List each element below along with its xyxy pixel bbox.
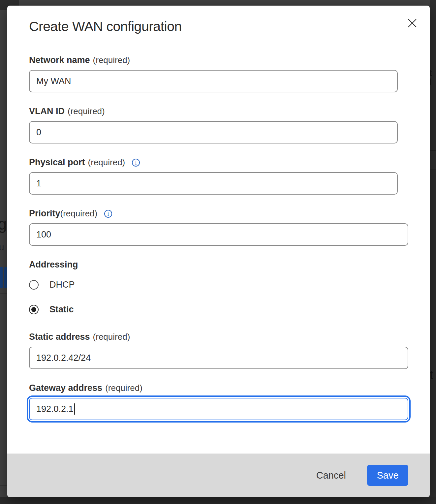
radio-option-static-label: Static <box>49 304 74 315</box>
radio-option-dhcp[interactable]: DHCP <box>29 280 115 290</box>
vlan-id-label-row: VLAN ID (required) <box>29 106 408 116</box>
required-hint: (required) <box>60 208 98 219</box>
physical-port-label-row: Physical port (required) i <box>29 157 408 168</box>
backdrop-blue-button-fragment <box>0 267 3 288</box>
save-button[interactable]: Save <box>367 465 408 486</box>
backdrop-text-fragment: t <box>430 369 433 381</box>
svg-text:i: i <box>108 211 109 217</box>
radio-unselected-icon <box>29 280 39 290</box>
required-hint: (required) <box>93 55 130 65</box>
gateway-address-label: Gateway address <box>29 383 102 393</box>
priority-label: Priority <box>29 208 60 219</box>
create-wan-dialog: Create WAN configuration Network name (r… <box>7 6 430 497</box>
network-name-label-row: Network name (required) <box>29 55 408 65</box>
info-circle-glyph: i <box>132 158 140 167</box>
gateway-address-input[interactable]: 192.0.2.1 <box>29 398 408 420</box>
cancel-button[interactable]: Cancel <box>312 467 351 484</box>
vlan-id-input[interactable] <box>29 121 398 143</box>
backdrop-text-fragment: t I <box>429 69 436 86</box>
network-name-label: Network name <box>29 55 90 65</box>
physical-port-input[interactable] <box>29 172 398 195</box>
priority-label-row: Priority (required) i <box>29 208 408 219</box>
radio-option-static[interactable]: Static <box>29 304 115 315</box>
radio-selected-icon <box>29 305 39 314</box>
network-name-input[interactable] <box>29 70 398 92</box>
backdrop-text-fragment: g <box>0 216 7 232</box>
vlan-id-label: VLAN ID <box>29 106 65 116</box>
gateway-address-label-row: Gateway address (required) <box>29 383 408 393</box>
backdrop-divider <box>0 294 7 294</box>
dialog-footer: Cancel Save <box>7 454 430 497</box>
backdrop-divider <box>0 486 7 486</box>
required-hint: (required) <box>93 332 130 342</box>
static-address-input[interactable] <box>29 347 408 369</box>
static-address-label: Static address <box>29 332 90 342</box>
svg-text:i: i <box>135 160 137 166</box>
backdrop-divider <box>430 150 436 151</box>
addressing-heading: Addressing <box>29 260 408 270</box>
info-icon[interactable]: i <box>104 209 112 218</box>
radio-option-dhcp-label: DHCP <box>49 280 75 290</box>
info-icon[interactable]: i <box>132 158 140 167</box>
static-address-label-row: Static address (required) <box>29 332 408 342</box>
text-cursor <box>74 403 75 415</box>
dialog-title: Create WAN configuration <box>29 19 408 34</box>
physical-port-label: Physical port <box>29 157 85 168</box>
backdrop-bottom-strip <box>0 497 436 504</box>
required-hint: (required) <box>105 383 142 393</box>
priority-input[interactable] <box>29 223 408 246</box>
backdrop-text-fragment: u <box>0 243 4 252</box>
gateway-address-value: 192.0.2.1 <box>36 404 74 414</box>
backdrop-blue-button-fragment <box>4 267 7 288</box>
backdrop-divider <box>430 169 436 170</box>
info-circle-glyph: i <box>104 209 112 218</box>
required-hint: (required) <box>68 106 105 116</box>
dialog-body: Create WAN configuration Network name (r… <box>7 6 430 454</box>
required-hint: (required) <box>88 157 125 168</box>
